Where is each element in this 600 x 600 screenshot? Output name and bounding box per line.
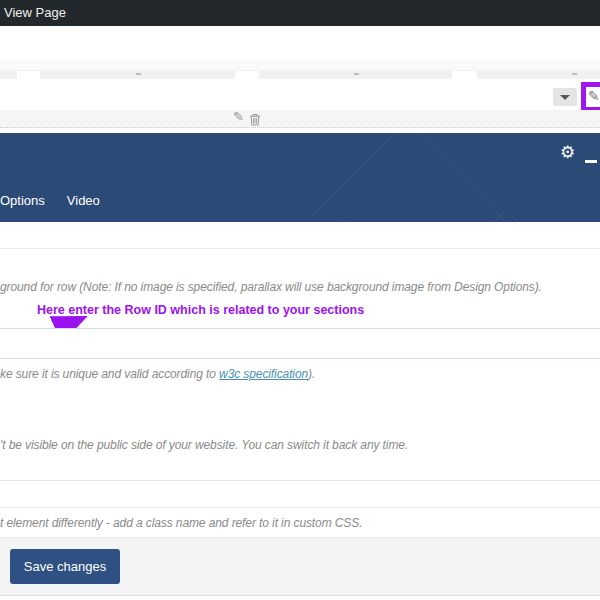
w3c-specification-link[interactable]: w3c specification [219,367,308,381]
extra-class-input[interactable] [0,488,600,508]
row-id-description: ke sure it is unique and valid according… [0,367,315,381]
section-divider [0,480,600,481]
column-handle-icon [354,73,359,75]
trash-icon[interactable] [249,112,261,130]
gear-icon[interactable]: ⚙ [560,142,575,163]
view-page-link[interactable]: View Page [4,0,66,26]
edit-row-button-highlighted[interactable]: ✎ [581,82,600,112]
column-placeholder [235,71,259,79]
tab-options[interactable]: Options [0,192,45,210]
modal-tabs: Options Video [0,192,100,210]
row-id-description-suffix: ). [308,367,315,381]
column-placeholder [17,71,40,79]
admin-bar: View Page [0,0,600,26]
section-divider [0,248,600,249]
wordpress-admin-screen: View Page ✎ ✎ ⚙ [0,0,600,600]
minimize-icon[interactable] [585,160,597,163]
row-controls-strip: ✎ [0,110,600,128]
caret-down-icon [560,95,570,100]
row-id-input[interactable] [0,328,600,359]
column-placeholder [452,71,477,79]
pencil-icon: ✎ [588,88,600,104]
column-handle-icon [572,73,577,75]
toggle-dropdown-button[interactable] [553,88,577,106]
row-id-description-prefix: ke sure it is unique and valid according… [0,367,219,381]
builder-columns-strip [0,70,600,79]
header-pattern [299,133,514,222]
builder-band-top [0,60,600,70]
modal-footer: Save changes [0,537,600,595]
tab-video[interactable]: Video [67,192,100,210]
footer-divider [0,595,600,596]
column-handle-icon [136,73,141,75]
extra-class-description: t element differently - add a class name… [0,516,362,530]
save-changes-button[interactable]: Save changes [10,549,120,584]
modal-header: ⚙ Options Video [0,133,600,222]
disable-row-description: 't be visible on the public side of your… [0,438,408,452]
edit-row-icon[interactable]: ✎ [233,109,244,124]
parallax-description: ground for row (Note: If no image is spe… [0,280,542,294]
